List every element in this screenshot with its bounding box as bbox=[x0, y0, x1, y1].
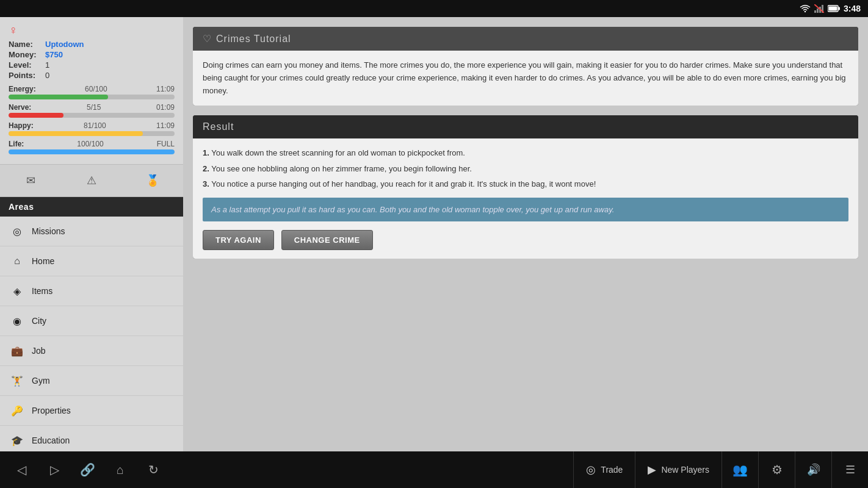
happy-bar-fill bbox=[9, 131, 143, 136]
happy-bar-bg bbox=[9, 131, 175, 136]
money-row: Money: $750 bbox=[9, 50, 175, 59]
result-step-3: 3. You notice a purse hanging out of her… bbox=[203, 178, 848, 190]
missions-icon: ◎ bbox=[9, 223, 26, 240]
life-stat: Life: 100/100 FULL bbox=[9, 140, 175, 154]
try-again-button[interactable]: TRY AGAIN bbox=[203, 230, 274, 250]
nerve-value: 5/15 bbox=[87, 103, 101, 112]
energy-bar-bg bbox=[9, 95, 175, 99]
gym-icon: 🏋 bbox=[9, 372, 26, 389]
signal-icon bbox=[814, 4, 824, 13]
energy-label: Energy: bbox=[9, 85, 36, 93]
money-value: $750 bbox=[45, 50, 63, 59]
new-players-button[interactable]: ▶ New Players bbox=[635, 451, 722, 488]
sidebar-item-job[interactable]: 💼 Job bbox=[0, 336, 183, 366]
svg-rect-6 bbox=[838, 7, 840, 10]
menu-button[interactable]: ☰ bbox=[831, 451, 868, 488]
name-label: Name: bbox=[9, 40, 45, 49]
step3-text: You notice a purse hanging out of her ha… bbox=[211, 179, 596, 188]
city-icon: ◉ bbox=[9, 312, 26, 329]
level-label: Level: bbox=[9, 60, 45, 70]
nerve-stat: Nerve: 5/15 01:09 bbox=[9, 103, 175, 118]
nerve-timer: 01:09 bbox=[156, 103, 175, 112]
status-icons: 3:48 bbox=[800, 4, 861, 13]
sidebar-item-properties[interactable]: 🔑 Properties bbox=[0, 396, 183, 426]
energy-stat: Energy: 60/100 11:09 bbox=[9, 85, 175, 99]
sidebar-item-education[interactable]: 🎓 Education bbox=[0, 426, 183, 451]
tutorial-header-icon: ♡ bbox=[203, 33, 211, 45]
settings-button[interactable]: ⚙ bbox=[758, 451, 795, 488]
status-bar: 3:48 bbox=[0, 0, 868, 17]
volume-button[interactable]: 🔊 bbox=[795, 451, 831, 488]
back-button[interactable]: ◁ bbox=[6, 454, 37, 485]
trophy-button[interactable]: 🏅 bbox=[137, 170, 168, 192]
alert-button[interactable]: ⚠ bbox=[76, 170, 107, 192]
missions-label: Missions bbox=[32, 226, 65, 236]
tutorial-body: Doing crimes can earn you money and item… bbox=[193, 51, 858, 106]
city-label: City bbox=[32, 316, 46, 326]
result-steps: 1. You walk down the street scanning for… bbox=[203, 147, 848, 190]
home-nav-button[interactable]: ⌂ bbox=[105, 454, 136, 485]
points-row: Points: 0 bbox=[9, 71, 175, 80]
new-players-icon: ▶ bbox=[648, 463, 656, 476]
name-value: Uptodown bbox=[45, 40, 84, 49]
result-body: 1. You walk down the street scanning for… bbox=[193, 138, 858, 259]
step2-text: You see one hobbling along on her zimmer… bbox=[211, 164, 472, 173]
main-content: ♡ Crimes Tutorial Doing crimes can earn … bbox=[183, 17, 868, 451]
sidebar-item-items[interactable]: ◈ Items bbox=[0, 276, 183, 306]
trade-icon: ◎ bbox=[586, 463, 596, 476]
new-players-label: New Players bbox=[661, 465, 709, 475]
tutorial-panel: ♡ Crimes Tutorial Doing crimes can earn … bbox=[193, 27, 858, 106]
bottom-right-actions: 👥 ⚙ bbox=[722, 451, 795, 488]
people-button[interactable]: 👥 bbox=[722, 451, 758, 488]
tutorial-header: ♡ Crimes Tutorial bbox=[193, 27, 858, 51]
trade-label: Trade bbox=[601, 465, 623, 475]
life-bar-bg bbox=[9, 149, 175, 154]
svg-rect-7 bbox=[828, 7, 837, 11]
step2-num: 2. bbox=[203, 164, 209, 173]
result-header: Result bbox=[193, 115, 858, 138]
life-timer: FULL bbox=[157, 140, 175, 148]
name-row: Name: Uptodown bbox=[9, 40, 175, 49]
energy-timer: 11:09 bbox=[156, 85, 175, 93]
energy-value: 60/100 bbox=[85, 85, 107, 93]
result-highlight: As a last attempt you pull it as hard as… bbox=[203, 198, 848, 222]
trade-button[interactable]: ◎ Trade bbox=[573, 451, 635, 488]
sidebar-item-missions[interactable]: ◎ Missions bbox=[0, 217, 183, 246]
battery-icon bbox=[828, 5, 840, 12]
mail-button[interactable]: ✉ bbox=[15, 170, 46, 192]
job-label: Job bbox=[32, 346, 46, 356]
nerve-bar-fill bbox=[9, 113, 63, 118]
nerve-bar-bg bbox=[9, 113, 175, 118]
bottom-nav-left: ◁ ▷ 🔗 ⌂ ↻ bbox=[0, 454, 175, 485]
tutorial-title: Crimes Tutorial bbox=[216, 34, 291, 45]
sidebar-item-city[interactable]: ◉ City bbox=[0, 306, 183, 336]
properties-label: Properties bbox=[32, 406, 71, 415]
level-row: Level: 1 bbox=[9, 60, 175, 70]
job-icon: 💼 bbox=[9, 342, 26, 359]
nerve-label: Nerve: bbox=[9, 103, 31, 112]
step3-num: 3. bbox=[203, 179, 209, 188]
result-step-2: 2. You see one hobbling along on her zim… bbox=[203, 163, 848, 175]
player-info: ♀ Name: Uptodown Money: $750 Level: 1 Po… bbox=[0, 17, 183, 165]
tutorial-text: Doing crimes can earn you money and item… bbox=[203, 60, 846, 95]
link-button[interactable]: 🔗 bbox=[72, 454, 103, 485]
sidebar-item-home[interactable]: ⌂ Home bbox=[0, 246, 183, 276]
education-label: Education bbox=[32, 436, 70, 445]
points-label: Points: bbox=[9, 71, 45, 80]
change-crime-button[interactable]: CHANGE CRIME bbox=[281, 230, 373, 250]
sidebar-item-gym[interactable]: 🏋 Gym bbox=[0, 366, 183, 396]
svg-rect-0 bbox=[814, 10, 816, 13]
home-icon: ⌂ bbox=[9, 253, 26, 270]
money-label: Money: bbox=[9, 50, 45, 59]
refresh-button[interactable]: ↻ bbox=[138, 454, 168, 485]
points-value: 0 bbox=[45, 71, 49, 80]
action-icons-row: ✉ ⚠ 🏅 bbox=[0, 165, 183, 197]
result-actions: TRY AGAIN CHANGE CRIME bbox=[203, 230, 848, 250]
properties-icon: 🔑 bbox=[9, 402, 26, 419]
player-gender: ♀ bbox=[9, 23, 175, 37]
result-step-1: 1. You walk down the street scanning for… bbox=[203, 147, 848, 159]
items-label: Items bbox=[32, 286, 52, 296]
step1-num: 1. bbox=[203, 148, 209, 157]
forward-button[interactable]: ▷ bbox=[39, 454, 70, 485]
home-label: Home bbox=[32, 256, 54, 266]
